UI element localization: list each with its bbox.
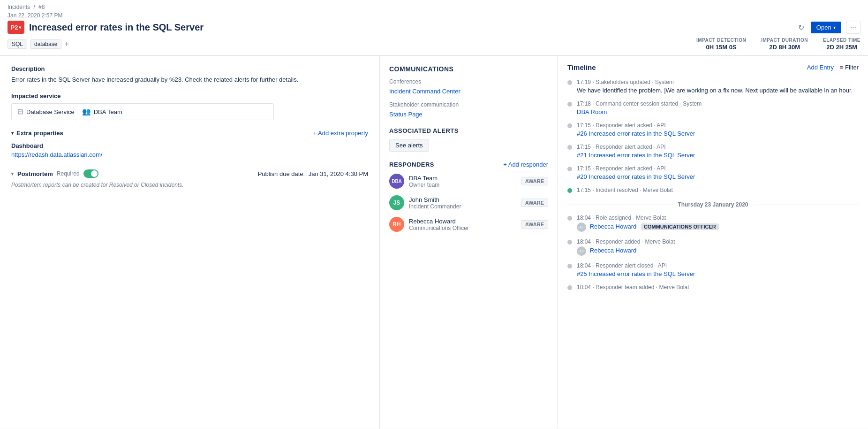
timeline-content-1: 17:19 · Stakeholders updated · System We… [577,79,859,94]
due-date: Jan 31, 2020 4:30 PM [309,170,368,177]
breadcrumb-id: #8 [38,4,45,10]
responder-js: JS John Smith Incident Commander AWARE [389,195,548,210]
postmortem-note: Postmortem reports can be created for Re… [11,182,368,188]
timeline-dot-10 [567,285,572,290]
t3-event: Responder alert acked [596,122,652,129]
right-panel: Timeline Add Entry ≡ Filter 17:19 · Stak… [558,56,868,429]
extra-properties-toggle[interactable]: ▾ Extra properties [11,130,63,137]
t3-link[interactable]: #26 Increased error rates in the SQL Ser… [577,130,695,137]
timeline-dot-2 [567,102,572,107]
postmortem-toggle[interactable]: ▾ [11,171,14,176]
timeline-content-8: 18:04 · Responder added · Merve Bolat RH… [577,238,859,256]
header-actions: ↻ Open ··· [796,21,860,34]
postmortem-title: Postmortem [17,170,53,177]
metric-impact-detection: IMPACT DETECTION 0H 15M 0S [696,38,746,51]
t4-link[interactable]: #21 Increased error rates in the SQL Ser… [577,152,695,159]
incident-title: Increased error rates in the SQL Server [29,22,204,33]
responder-info-rh: Rebecca Howard Communications Officer [409,218,516,231]
t7-source: Merve Bolat [636,214,666,221]
timeline-dot-7 [567,216,572,221]
metrics-row: IMPACT DETECTION 0H 15M 0S IMPACT DURATI… [696,38,860,55]
timeline-item-6: 17:15 · Incident resolved · Merve Bolat [567,187,859,195]
t2-link[interactable]: DBA Room [577,108,607,115]
breadcrumb-incidents[interactable]: Incidents [8,4,30,10]
timeline-content-4: 17:15 · Responder alert acked · API #21 … [577,144,859,159]
t3-source: API [657,122,665,129]
responder-info-js: John Smith Incident Commander [409,196,516,210]
service-item-database: ⊟ Database Service [17,107,75,116]
t7-link[interactable]: Rebecca Howard [590,223,637,230]
tag-database[interactable]: database [30,39,61,49]
t3-time: 17:15 [577,122,591,129]
t5-time: 17:15 [577,165,591,172]
timeline-dot-6 [567,188,572,193]
breadcrumb-separator: / [33,4,35,10]
responder-info-dba: DBA Team Owner team [409,175,516,188]
impacted-service-title: Impacted service [11,92,368,100]
conferences-label: Conferences [389,78,548,85]
t2-time: 17:18 [577,100,591,107]
timeline-item-2: 17:18 · Command center session started ·… [567,100,859,115]
timeline-content-3: 17:15 · Responder alert acked · API #26 … [577,122,859,137]
responders-title: RESPONDERS [389,161,434,168]
left-panel: Description Error rates in the SQL Serve… [0,56,380,429]
t8-time: 18:04 [577,238,591,245]
timeline-content-7: 18:04 · Role assigned · Merve Bolat RH R… [577,214,859,232]
add-extra-property-link[interactable]: + Add extra property [313,130,368,137]
database-service-name: Database Service [26,108,75,115]
add-responder-link[interactable]: + Add responder [503,161,548,168]
service-item-team: 👥 DBA Team [82,107,122,116]
add-tag-button[interactable]: + [64,40,68,48]
required-badge: Required [57,170,80,177]
metric-elapsed-time: ELAPSED TIME 2D 2H 25M [823,38,860,51]
tags-row: SQL database + [8,39,69,54]
date-divider-text: Thursday 23 January 2020 [678,201,748,208]
t5-link[interactable]: #20 Increased error rates in the SQL Ser… [577,173,695,180]
t1-text: We have identified the problem. |We are … [577,87,859,94]
timeline-item-3: 17:15 · Responder alert acked · API #26 … [567,122,859,137]
timeline-item-4: 17:15 · Responder alert acked · API #21 … [567,144,859,159]
t8-avatar: RH [577,246,586,256]
postmortem-toggle-switch[interactable] [83,169,98,178]
responder-dba: DBA DBA Team Owner team AWARE [389,174,548,189]
description-title: Description [11,65,368,72]
t1-time: 17:19 [577,79,591,85]
timeline-item-1: 17:19 · Stakeholders updated · System We… [567,79,859,94]
t4-event: Responder alert acked [596,144,652,150]
timeline-dot-1 [567,80,572,85]
timeline-item-10: 18:04 · Responder team added · Merve Bol… [567,284,859,292]
timeline-dot-9 [567,264,572,268]
timeline-item-7: 18:04 · Role assigned · Merve Bolat RH R… [567,214,859,232]
responder-role-js: Incident Commander [409,203,516,210]
t8-source: Merve Bolat [645,238,675,245]
status-button[interactable]: Open [811,22,841,33]
priority-label: P2 [11,24,18,31]
priority-badge[interactable]: P2 [8,21,24,34]
refresh-button[interactable]: ↻ [796,21,806,34]
database-service-icon: ⊟ [17,107,23,116]
responder-name-rh: Rebecca Howard [409,218,516,225]
more-button[interactable]: ··· [846,21,860,34]
t9-link[interactable]: #25 Increased error rates in the SQL Ser… [577,270,695,277]
date-divider: Thursday 23 January 2020 [567,201,859,208]
timeline-item-9: 18:04 · Responder alert closed · API #25… [567,262,859,277]
due-label: Publish due date: [258,170,305,177]
breadcrumb: Incidents / #8 [8,4,860,10]
t8-link[interactable]: Rebecca Howard [590,247,637,254]
tag-sql[interactable]: SQL [8,39,27,49]
incident-command-center-link[interactable]: Incident Command Center [389,88,548,95]
t10-event: Responder team added [596,284,654,291]
extra-properties-content: Dashboard https://redash.data.atlassian.… [11,142,368,158]
add-entry-button[interactable]: Add Entry [807,64,834,71]
extra-properties-header: ▾ Extra properties + Add extra property [11,130,368,137]
status-page-link[interactable]: Status Page [389,111,548,118]
filter-label: Filter [845,64,859,71]
responder-role-rh: Communications Officer [409,225,516,231]
t10-time: 18:04 [577,284,591,291]
filter-button[interactable]: ≡ Filter [839,64,859,71]
dashboard-link[interactable]: https://redash.data.atlassian.com/ [11,151,102,158]
see-alerts-button[interactable]: See alerts [389,139,429,152]
t9-source: API [658,262,667,269]
communications-title: COMMUNICATIONS [389,65,548,73]
postmortem-due: Publish due date: Jan 31, 2020 4:30 PM [258,170,368,177]
